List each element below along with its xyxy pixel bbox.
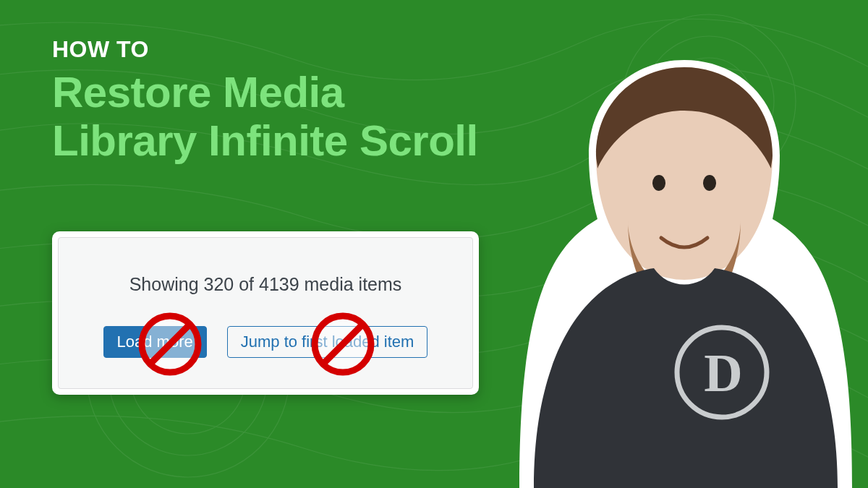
wp-media-panel: Showing 320 of 4139 media items Load mor…	[58, 237, 473, 389]
screenshot-card: Showing 320 of 4139 media items Load mor…	[52, 231, 479, 395]
title-line2: Library Infinite Scroll	[52, 116, 478, 165]
button-row: Load more Jump to first loaded item	[59, 326, 472, 358]
svg-point-12	[652, 175, 665, 191]
title: Restore Media Library Infinite Scroll	[52, 68, 478, 165]
title-line1: Restore Media	[52, 68, 344, 116]
presenter-photo: D	[519, 54, 852, 488]
eyebrow: HOW TO	[52, 38, 478, 61]
prohibited-icon	[134, 308, 206, 380]
prohibited-icon	[307, 308, 379, 380]
svg-point-13	[703, 175, 716, 191]
status-text: Showing 320 of 4139 media items	[59, 274, 472, 295]
svg-text:D: D	[704, 343, 742, 403]
heading: HOW TO Restore Media Library Infinite Sc…	[52, 38, 478, 165]
